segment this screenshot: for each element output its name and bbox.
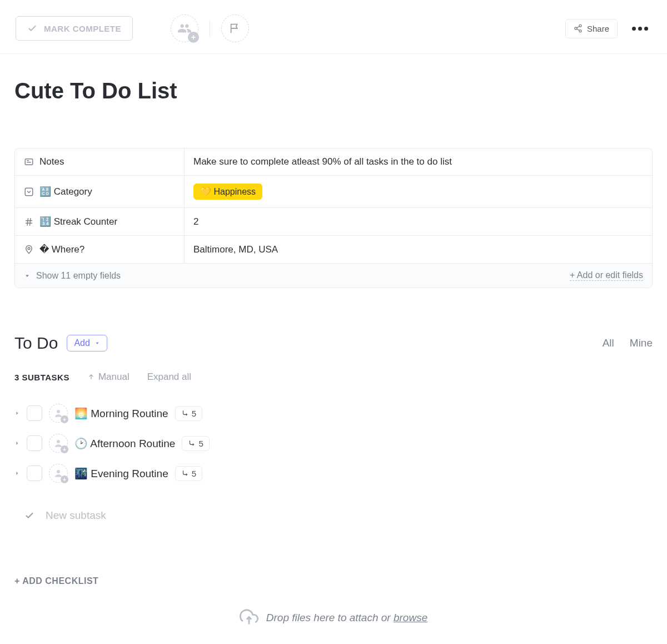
- add-checklist-button[interactable]: + ADD CHECKLIST: [14, 576, 653, 586]
- svg-rect-8: [25, 188, 33, 196]
- field-label: 🔢 Streak Counter: [15, 208, 185, 235]
- caret-right-icon[interactable]: [14, 410, 20, 416]
- svg-point-2: [579, 30, 581, 32]
- subtask-count-badge[interactable]: 5: [175, 466, 202, 481]
- flag-button[interactable]: [221, 14, 249, 42]
- field-label: � Where?: [15, 236, 185, 263]
- svg-line-11: [27, 218, 28, 226]
- vertical-divider: [210, 20, 210, 37]
- toolbar-divider: [0, 53, 667, 54]
- check-icon: [27, 23, 37, 33]
- add-edit-fields-button[interactable]: + Add or edit fields: [570, 270, 643, 281]
- field-row: 🔠 Category 💛 Happiness: [15, 176, 652, 208]
- plus-badge-icon: +: [188, 32, 199, 43]
- arrow-up-icon: [87, 373, 95, 381]
- task-assign-button[interactable]: +: [49, 434, 68, 453]
- location-icon: [24, 245, 34, 255]
- flag-icon: [229, 22, 241, 34]
- field-row: 🔢 Streak Counter 2: [15, 208, 652, 236]
- task-name[interactable]: 🌃 Evening Routine: [74, 467, 168, 480]
- svg-marker-17: [16, 412, 18, 415]
- subtask-icon: [181, 469, 189, 477]
- add-dropdown-button[interactable]: Add: [67, 335, 107, 351]
- svg-point-18: [57, 410, 60, 413]
- svg-marker-14: [26, 275, 29, 277]
- task-checkbox[interactable]: [27, 435, 42, 451]
- task-row: +🕑 Afternoon Routine5: [14, 428, 653, 458]
- field-row: � Where? Baltimore, MD, USA: [15, 236, 652, 264]
- plus-badge-icon: +: [61, 415, 68, 423]
- svg-point-13: [28, 247, 30, 249]
- svg-line-12: [30, 218, 31, 226]
- share-button[interactable]: Share: [565, 19, 618, 38]
- todo-heading: To Do: [14, 334, 58, 353]
- field-row: Notes Make sure to complete atleast 90% …: [15, 148, 652, 176]
- fields-footer: Show 11 empty fields + Add or edit field…: [15, 264, 652, 288]
- cloud-upload-icon: [240, 608, 258, 627]
- new-subtask-input[interactable]: [46, 509, 643, 522]
- show-empty-fields-button[interactable]: Show 11 empty fields: [24, 271, 121, 281]
- task-checkbox[interactable]: [27, 465, 42, 481]
- task-row: +🌃 Evening Routine5: [14, 458, 653, 488]
- share-label: Share: [587, 24, 609, 33]
- more-menu-button[interactable]: [629, 23, 651, 34]
- task-assign-button[interactable]: +: [49, 464, 68, 483]
- task-checkbox[interactable]: [27, 405, 42, 421]
- sort-button[interactable]: Manual: [87, 371, 130, 383]
- field-label: 🔠 Category: [15, 176, 185, 207]
- svg-marker-15: [96, 343, 98, 344]
- page-title[interactable]: Cute To Do List: [14, 78, 653, 103]
- field-value[interactable]: 💛 Happiness: [185, 176, 652, 207]
- subtask-count: 3 SUBTASKS: [14, 373, 69, 382]
- filter-all[interactable]: All: [603, 337, 614, 349]
- mark-complete-label: MARK COMPLETE: [44, 24, 121, 33]
- mark-complete-button[interactable]: MARK COMPLETE: [16, 16, 133, 41]
- plus-badge-icon: +: [61, 445, 68, 453]
- svg-marker-21: [16, 472, 18, 475]
- subtask-icon: [188, 439, 196, 447]
- svg-point-0: [579, 24, 581, 27]
- caret-right-icon[interactable]: [14, 440, 20, 446]
- svg-marker-19: [16, 442, 18, 445]
- svg-line-3: [577, 26, 580, 28]
- svg-point-1: [575, 27, 577, 29]
- caret-down-icon: [94, 340, 100, 346]
- field-value[interactable]: Make sure to complete atleast 90% of all…: [185, 148, 652, 175]
- field-label: Notes: [15, 148, 185, 175]
- expand-all-button[interactable]: Expand all: [147, 371, 191, 383]
- task-name[interactable]: 🕑 Afternoon Routine: [74, 437, 175, 450]
- text-icon: [24, 157, 34, 167]
- dropdown-icon: [24, 187, 34, 197]
- share-icon: [574, 24, 583, 33]
- caret-down-icon: [24, 273, 31, 279]
- assign-people-button[interactable]: +: [171, 14, 198, 42]
- check-icon: [24, 511, 34, 521]
- field-value[interactable]: Baltimore, MD, USA: [185, 236, 652, 263]
- new-subtask-row[interactable]: [14, 498, 653, 533]
- browse-link[interactable]: browse: [394, 612, 427, 623]
- svg-point-22: [57, 470, 60, 473]
- subtask-icon: [181, 409, 189, 417]
- fields-table: Notes Make sure to complete atleast 90% …: [14, 148, 653, 288]
- svg-line-4: [577, 29, 580, 31]
- plus-badge-icon: +: [61, 475, 68, 483]
- subtask-count-badge[interactable]: 5: [175, 406, 202, 421]
- hash-icon: [24, 217, 34, 227]
- filter-mine[interactable]: Mine: [630, 337, 653, 349]
- task-row: +🌅 Morning Routine5: [14, 398, 653, 428]
- task-name[interactable]: 🌅 Morning Routine: [74, 407, 168, 420]
- filter-group: All Mine: [603, 337, 653, 349]
- caret-right-icon[interactable]: [14, 470, 20, 476]
- subtask-count-badge[interactable]: 5: [182, 436, 209, 451]
- svg-point-20: [57, 440, 60, 443]
- dropzone-text: Drop files here to attach or browse: [266, 612, 427, 624]
- attachment-dropzone[interactable]: Drop files here to attach or browse: [0, 586, 667, 642]
- task-assign-button[interactable]: +: [49, 404, 68, 423]
- field-value[interactable]: 2: [185, 208, 652, 235]
